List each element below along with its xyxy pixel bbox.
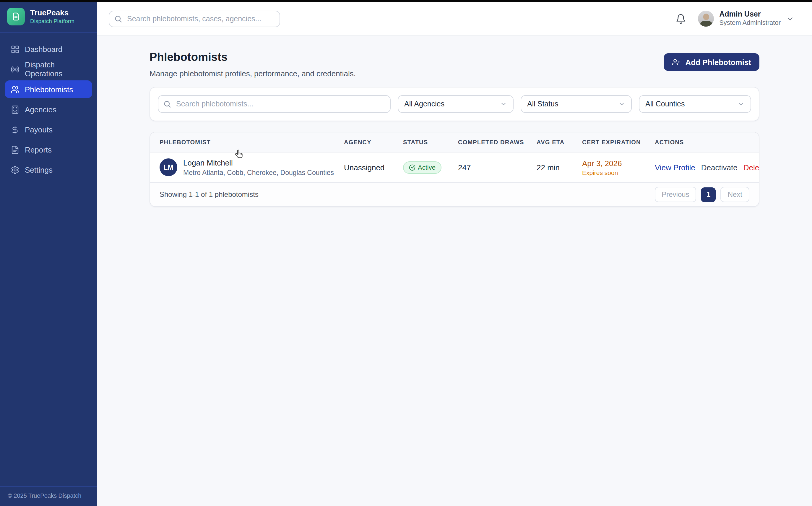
status-cell: Active	[403, 161, 458, 173]
page-header: Phlebotomists Manage phlebotomist profil…	[150, 51, 759, 78]
column-header-status: STATUS	[403, 139, 458, 146]
users-icon	[11, 85, 19, 94]
brand: TruePeaks Dispatch Platform	[0, 0, 97, 33]
county-filter-value: All Counties	[645, 100, 685, 108]
previous-page-button[interactable]: Previous	[654, 187, 696, 202]
sidebar-item-label: Dashboard	[25, 45, 62, 54]
main-area: Phlebotomists Manage phlebotomist profil…	[97, 36, 812, 506]
global-search	[109, 10, 280, 27]
sidebar-item-label: Agencies	[25, 105, 57, 114]
chevron-down-icon	[618, 100, 625, 107]
column-header-phlebotomist: PHLEBOTOMIST	[160, 139, 344, 146]
user-role: System Administrator	[719, 19, 781, 27]
radio-broadcast-icon	[11, 65, 19, 74]
app-window: TruePeaks Dispatch Platform Dashboard Di…	[0, 0, 812, 506]
avg-eta-cell: 22 min	[537, 163, 582, 172]
phlebotomist-search-input[interactable]	[158, 95, 391, 113]
actions-cell: View Profile Deactivate Delete	[655, 163, 759, 172]
sidebar-footer: © 2025 TruePeaks Dispatch	[0, 487, 97, 506]
chevron-down-icon	[786, 14, 794, 23]
status-badge-label: Active	[418, 164, 436, 171]
search-icon	[163, 100, 171, 108]
page-subtitle: Manage phlebotomist profiles, performanc…	[150, 69, 356, 78]
topbar-right: Admin User System Administrator	[675, 10, 794, 27]
add-phlebotomist-button[interactable]: Add Phlebotomist	[664, 53, 759, 71]
user-menu[interactable]: Admin User System Administrator	[698, 10, 794, 27]
add-phlebotomist-label: Add Phlebotomist	[686, 58, 751, 67]
building-icon	[11, 105, 19, 114]
sidebar-item-reports[interactable]: Reports	[5, 141, 92, 158]
phlebotomist-name: Logan Mitchell	[183, 158, 334, 167]
document-logo-icon	[7, 8, 25, 25]
sidebar-item-agencies[interactable]: Agencies	[5, 100, 92, 118]
column-header-completed-draws: COMPLETED DRAWS	[458, 139, 537, 146]
screen-top-border	[0, 0, 812, 2]
chevron-down-icon	[500, 100, 507, 107]
results-summary: Showing 1-1 of 1 phlebotomists	[160, 190, 259, 198]
page-title: Phlebotomists	[150, 51, 356, 64]
user-name: Admin User	[719, 10, 781, 19]
avatar-photo-body	[700, 21, 712, 26]
avatar	[698, 11, 714, 26]
status-filter-select[interactable]: All Status	[521, 95, 632, 113]
agency-filter-value: All Agencies	[404, 100, 444, 108]
sidebar-item-payouts[interactable]: Payouts	[5, 120, 92, 138]
chevron-down-icon	[737, 100, 745, 107]
search-icon	[114, 14, 122, 23]
table-footer: Showing 1-1 of 1 phlebotomists Previous …	[150, 182, 759, 206]
user-plus-icon	[672, 58, 681, 67]
status-badge: Active	[403, 161, 441, 173]
county-filter-select[interactable]: All Counties	[639, 95, 751, 113]
cert-expiration-cell: Apr 3, 2026 Expires soon	[582, 159, 655, 176]
sidebar-item-settings[interactable]: Settings	[5, 161, 92, 178]
column-header-avg-eta: AVG ETA	[537, 139, 582, 146]
table-header-row: PHLEBOTOMIST AGENCY STATUS COMPLETED DRA…	[150, 133, 759, 153]
table-row[interactable]: LM Logan Mitchell Metro Atlanta, Cobb, C…	[150, 153, 759, 182]
sidebar-item-label: Reports	[25, 145, 52, 154]
sidebar-item-label: Dispatch Operations	[25, 60, 86, 78]
brand-name: TruePeaks	[30, 9, 75, 17]
check-circle-icon	[409, 164, 416, 171]
topbar: Admin User System Administrator	[97, 2, 812, 36]
pagination: Previous 1 Next	[654, 187, 749, 202]
sidebar-item-dashboard[interactable]: Dashboard	[5, 40, 92, 58]
gear-icon	[11, 165, 19, 174]
column-header-agency: AGENCY	[344, 139, 403, 146]
phlebotomists-table: PHLEBOTOMIST AGENCY STATUS COMPLETED DRA…	[150, 132, 759, 207]
status-filter-value: All Status	[527, 100, 558, 108]
deactivate-link[interactable]: Deactivate	[701, 163, 737, 172]
column-header-actions: ACTIONS	[655, 139, 749, 146]
cert-expiration-note: Expires soon	[582, 169, 655, 176]
column-header-cert-expiration: CERT EXPIRATION	[582, 139, 655, 146]
agency-filter-select[interactable]: All Agencies	[398, 95, 514, 113]
phlebotomist-cell: LM Logan Mitchell Metro Atlanta, Cobb, C…	[160, 158, 344, 176]
dashboard-grid-icon	[11, 45, 19, 54]
copyright-text: © 2025 TruePeaks Dispatch	[8, 492, 81, 499]
page-1-button[interactable]: 1	[701, 187, 716, 202]
sidebar: TruePeaks Dispatch Platform Dashboard Di…	[0, 0, 97, 506]
delete-link[interactable]: Delete	[743, 163, 759, 172]
sidebar-item-label: Settings	[25, 165, 53, 174]
sidebar-nav: Dashboard Dispatch Operations Phlebotomi…	[0, 33, 97, 188]
phlebotomist-search	[158, 95, 391, 113]
sidebar-item-dispatch-operations[interactable]: Dispatch Operations	[5, 60, 92, 78]
filter-bar: All Agencies All Status All Counties	[150, 87, 759, 121]
completed-draws-cell: 247	[458, 163, 537, 172]
cert-expiration-date: Apr 3, 2026	[582, 159, 655, 168]
agency-cell: Unassigned	[344, 163, 403, 172]
notification-bell-icon[interactable]	[675, 13, 686, 24]
file-report-icon	[11, 145, 19, 154]
global-search-input[interactable]	[109, 10, 280, 27]
initials-avatar: LM	[160, 158, 177, 176]
sidebar-item-phlebotomists[interactable]: Phlebotomists	[5, 80, 92, 98]
dollar-icon	[11, 125, 19, 134]
view-profile-link[interactable]: View Profile	[655, 163, 695, 172]
brand-tagline: Dispatch Platform	[30, 18, 75, 24]
coverage-areas: Metro Atlanta, Cobb, Cherokee, Douglas C…	[183, 169, 334, 176]
next-page-button[interactable]: Next	[721, 187, 749, 202]
avatar-photo-head	[703, 14, 709, 20]
sidebar-item-label: Phlebotomists	[25, 85, 73, 94]
sidebar-item-label: Payouts	[25, 125, 53, 134]
